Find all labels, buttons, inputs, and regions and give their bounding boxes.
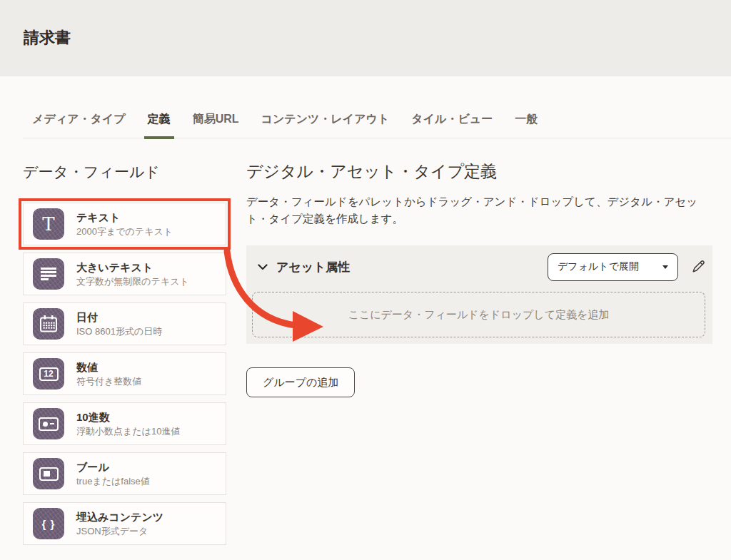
field-subtitle: 2000字までのテキスト <box>76 226 173 238</box>
pencil-icon[interactable] <box>690 260 705 275</box>
large-text-icon <box>33 258 64 290</box>
field-subtitle: 符号付き整数値 <box>76 376 141 387</box>
definition-title: デジタル・アセット・タイプ定義 <box>246 161 712 182</box>
definition-dropzone[interactable]: ここにデータ・フィールドをドロップして定義を追加 <box>252 292 705 337</box>
field-subtitle: 浮動小数点または10進値 <box>76 426 180 437</box>
asset-attributes-header: アセット属性 デフォルトで展開 <box>252 251 705 282</box>
expand-mode-value: デフォルトで展開 <box>558 260 639 273</box>
field-card-text[interactable]: T テキスト 2000字までのテキスト <box>23 203 226 245</box>
page-title: 請求書 <box>24 27 731 49</box>
field-card-list: T テキスト 2000字までのテキスト <box>23 203 226 545</box>
field-subtitle: ISO 8601形式の日時 <box>76 326 162 337</box>
definition-description: データ・フィールドをパレットからドラッグ・アンド・ドロップして、デジタル・アセッ… <box>246 193 712 228</box>
definition-panel: デジタル・アセット・タイプ定義 データ・フィールドをパレットからドラッグ・アンド… <box>246 138 712 552</box>
tab-bar: メディア・タイプ 定義 簡易URL コンテンツ・レイアウト タイル・ビュー 一般 <box>23 76 731 138</box>
page: 請求書 メディア・タイプ 定義 簡易URL コンテンツ・レイアウト タイル・ビュ… <box>0 0 731 560</box>
field-title: ブール <box>76 460 150 474</box>
asset-attributes-label: アセット属性 <box>276 259 351 275</box>
number-icon: 12 <box>33 358 64 390</box>
tab-content-layout[interactable]: コンテンツ・レイアウト <box>261 112 390 138</box>
palette-title: データ・フィールド <box>23 162 226 182</box>
field-title: 数値 <box>76 360 141 374</box>
field-title: 日付 <box>76 310 162 324</box>
caret-down-icon <box>662 265 668 269</box>
field-title: テキスト <box>76 210 173 224</box>
field-title: 埋込みコンテンツ <box>76 510 163 524</box>
data-fields-palette: データ・フィールド T テキスト 2000字までのテキスト <box>23 138 226 552</box>
field-subtitle: trueまたはfalse値 <box>76 476 150 487</box>
field-card-number[interactable]: 12 数値 符号付き整数値 <box>23 352 226 395</box>
chevron-down-icon[interactable] <box>252 264 276 270</box>
tab-friendly-url[interactable]: 簡易URL <box>193 112 239 138</box>
main-content: データ・フィールド T テキスト 2000字までのテキスト <box>0 138 731 552</box>
field-card-boolean[interactable]: ブール trueまたはfalse値 <box>23 452 226 495</box>
field-subtitle: JSON形式データ <box>76 526 163 537</box>
field-card-date[interactable]: 日付 ISO 8601形式の日時 <box>23 302 226 345</box>
tab-tile-view[interactable]: タイル・ビュー <box>411 112 493 138</box>
field-subtitle: 文字数が無制限のテキスト <box>76 276 189 287</box>
field-title: 10進数 <box>76 410 180 424</box>
add-group-button[interactable]: グループの追加 <box>246 367 355 397</box>
field-card-decimal[interactable]: 10進数 浮動小数点または10進値 <box>23 402 226 445</box>
calendar-icon <box>33 308 64 340</box>
dropzone-hint: ここにデータ・フィールドをドロップして定義を追加 <box>348 308 610 322</box>
field-card-large-text[interactable]: 大きいテキスト 文字数が無制限のテキスト <box>23 253 226 295</box>
text-icon: T <box>33 208 64 240</box>
expand-mode-dropdown[interactable]: デフォルトで展開 <box>548 253 678 281</box>
app-header: 請求書 <box>0 0 731 76</box>
decimal-icon <box>33 408 64 439</box>
tab-definition[interactable]: 定義 <box>144 112 174 139</box>
tab-media-type[interactable]: メディア・タイプ <box>32 112 126 138</box>
tab-general[interactable]: 一般 <box>515 112 538 138</box>
field-title: 大きいテキスト <box>76 260 189 274</box>
field-card-embedded-content[interactable]: { } 埋込みコンテンツ JSON形式データ <box>23 502 226 545</box>
asset-attributes-section: アセット属性 デフォルトで展開 <box>246 245 712 344</box>
boolean-icon <box>33 458 64 489</box>
embedded-content-icon: { } <box>33 508 64 539</box>
